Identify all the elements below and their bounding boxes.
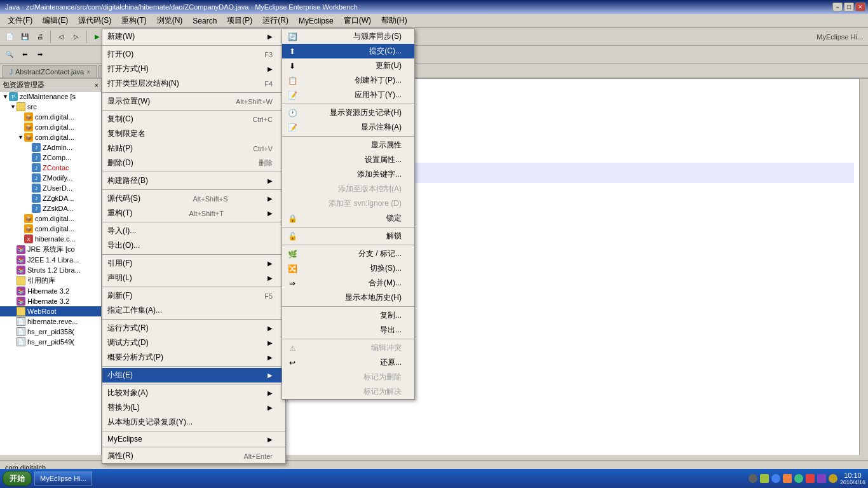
menu-item-e[interactable]: 编辑(E) [37, 14, 73, 27]
context-menu-item[interactable]: 调试方式(D)▶ [102, 336, 285, 350]
tree-item[interactable]: 📦com.digital... [0, 122, 101, 132]
submenu-item[interactable]: 🌿分支 / 标记... [282, 247, 414, 261]
t2-btn3[interactable]: ➡ [33, 48, 47, 62]
context-menu-item[interactable]: MyEclipse▶ [102, 433, 285, 445]
tree-item[interactable]: JZModify... [0, 173, 101, 183]
submenu-item[interactable]: 显示属性 [282, 138, 414, 152]
menu-item-f[interactable]: 文件(F) [3, 14, 37, 27]
submenu-item[interactable]: ⇒合并(M)... [282, 276, 414, 290]
submenu-item[interactable]: 🔄与源库同步(S) [282, 29, 414, 44]
tree-item[interactable]: 📄hibernate.reve... [0, 316, 101, 327]
toolbar-new[interactable]: 📄 [3, 30, 17, 44]
context-menu-item[interactable]: 删除(D)删除 [102, 156, 285, 170]
toolbar-back[interactable]: ◁ [54, 30, 68, 44]
menu-item-n[interactable]: 浏览(N) [152, 14, 188, 27]
tree-item[interactable]: ▼📦com.digital... [0, 132, 101, 142]
menu-item-r[interactable]: 运行(R) [257, 14, 294, 27]
submenu-item[interactable]: 显示本地历史(H) [282, 290, 414, 305]
t2-btn2[interactable]: ⬅ [18, 48, 32, 62]
context-menu-item[interactable]: 复制限定名 [102, 126, 285, 141]
context-menu-item[interactable]: 粘贴(P)Ctrl+V [102, 141, 285, 156]
tree-item[interactable]: 📦com.digital... [0, 112, 101, 122]
context-menu-item[interactable]: 刷新(F)F5 [102, 288, 285, 303]
right-submenu[interactable]: 🔄与源库同步(S)⬆提交(C)...⬇更新(U)📋创建补丁(P)...📝应用补丁… [281, 29, 415, 400]
submenu-item[interactable]: ↩还原... [282, 355, 414, 370]
tree-item[interactable]: 📚Hibernate 3.2 [0, 296, 101, 306]
context-menu-item[interactable]: 引用(F)▶ [102, 256, 285, 271]
context-menu-item[interactable]: 概要分析方式(P)▶ [102, 350, 285, 365]
tree-item[interactable]: 📦com.digital... [0, 214, 101, 224]
t2-btn1[interactable]: 🔍 [3, 48, 17, 62]
menu-item-myeclipse[interactable]: MyEclipse [294, 15, 339, 27]
minimize-button[interactable]: − [832, 3, 843, 11]
tree-item[interactable]: JZUserD... [0, 183, 101, 193]
tree-item[interactable]: WebRoot [0, 306, 101, 316]
toolbar-save[interactable]: 💾 [18, 30, 32, 44]
tree-item[interactable]: JZComp... [0, 152, 101, 163]
tree-item[interactable]: 引用的库 [0, 275, 101, 286]
start-button[interactable]: 开始 [3, 471, 32, 486]
submenu-item[interactable]: 添加关键字... [282, 167, 414, 182]
context-menu-item[interactable]: 打开(O)F3 [102, 47, 285, 62]
submenu-item[interactable]: 📋创建补丁(P)... [282, 73, 414, 88]
submenu-item[interactable]: 📝显示注释(A) [282, 120, 414, 135]
tab-abstractzcontact[interactable]: J AbstractZContact.java × [3, 65, 97, 78]
context-menu-item[interactable]: 属性(R)Alt+Enter [102, 449, 285, 463]
submenu-item[interactable]: 复制... [282, 308, 414, 323]
context-menu-item[interactable]: 源代码(S)Alt+Shift+S▶ [102, 191, 285, 206]
context-menu-item[interactable]: 比较对象(A)▶ [102, 386, 285, 400]
tab-close-abstractzcontact[interactable]: × [86, 69, 90, 76]
tree-item[interactable]: 📄hs_err_pid549( [0, 337, 101, 347]
tree-item[interactable]: 📄hs_err_pid358( [0, 327, 101, 337]
context-menu-item[interactable]: 导出(O)... [102, 238, 285, 253]
context-menu-item[interactable]: 新建(W)▶ [102, 29, 285, 44]
close-button[interactable]: ✕ [855, 3, 865, 11]
context-menu-item[interactable]: 小组(E)▶ [102, 368, 285, 383]
tree-item[interactable]: 📚JRE 系统库 [co [0, 244, 101, 255]
submenu-item[interactable]: 🔓解锁 [282, 229, 414, 243]
context-menu-item[interactable]: 从本地历史记录复原(Y)... [102, 415, 285, 430]
context-menu-item[interactable]: 替换为(L)▶ [102, 400, 285, 415]
tree-item[interactable]: JZZskDA... [0, 203, 101, 214]
context-menu-item[interactable]: 复制(C)Ctrl+C [102, 112, 285, 126]
submenu-item[interactable]: ⬇更新(U) [282, 58, 414, 73]
context-menu-item[interactable]: 导入(I)... [102, 224, 285, 238]
tree-item[interactable]: 📚Struts 1.2 Libra... [0, 265, 101, 275]
tree-item[interactable]: JZContac [0, 163, 101, 173]
submenu-item[interactable]: 🔒锁定 [282, 211, 414, 226]
sidebar-close-icon[interactable]: × [95, 81, 98, 89]
tree-item[interactable]: ▼src [0, 102, 101, 112]
toolbar-print[interactable]: 🖨 [33, 30, 47, 44]
submenu-item[interactable]: 导出... [282, 323, 414, 337]
context-menu-item[interactable]: 构建路径(B)▶ [102, 173, 285, 188]
submenu-item[interactable]: ⬆提交(C)... [282, 44, 414, 58]
context-menu-item[interactable]: 运行方式(R)▶ [102, 321, 285, 336]
menu-item-p[interactable]: 项目(P) [222, 14, 257, 27]
menu-item-search[interactable]: Search [187, 15, 222, 27]
menu-item-w[interactable]: 窗口(W) [339, 14, 376, 27]
tree-item[interactable]: ▼PzclMaintenance [s [0, 92, 101, 102]
context-menu-item[interactable]: 重构(T)Alt+Shift+T▶ [102, 206, 285, 220]
tree-item[interactable]: JZZgkDA... [0, 193, 101, 203]
tree-item[interactable]: 📚J2EE 1.4 Libra... [0, 255, 101, 265]
submenu-item[interactable]: 🕐显示资源历史记录(H) [282, 105, 414, 120]
left-context-menu[interactable]: 新建(W)▶打开(O)F3打开方式(H)▶打开类型层次结构(N)F4显示位置(W… [102, 29, 286, 464]
context-menu-item[interactable]: 声明(L)▶ [102, 271, 285, 285]
menu-item-s[interactable]: 源代码(S) [73, 14, 116, 27]
submenu-item[interactable]: 📝应用补丁(Y)... [282, 88, 414, 102]
menu-item-h[interactable]: 帮助(H) [376, 14, 412, 27]
menu-item-t[interactable]: 重构(T) [116, 14, 151, 27]
context-menu-item[interactable]: 显示位置(W)Alt+Shift+W [102, 94, 285, 109]
tree-item[interactable]: 📚Hibernate 3.2 [0, 286, 101, 296]
context-menu-item[interactable]: 打开类型层次结构(N)F4 [102, 76, 285, 91]
maximize-button[interactable]: □ [844, 3, 854, 11]
taskbar-item[interactable]: MyEclipse Hi... [34, 471, 92, 485]
toolbar-forward[interactable]: ▷ [69, 30, 83, 44]
context-menu-item[interactable]: 指定工作集(A)... [102, 303, 285, 318]
tree-item[interactable]: Xhibernate.c... [0, 234, 101, 244]
tree-item[interactable]: 📦com.digital... [0, 224, 101, 234]
submenu-item[interactable]: 🔀切换(S)... [282, 261, 414, 276]
tree-item[interactable]: JZAdmin... [0, 142, 101, 152]
submenu-item[interactable]: 设置属性... [282, 152, 414, 167]
context-menu-item[interactable]: 打开方式(H)▶ [102, 62, 285, 76]
